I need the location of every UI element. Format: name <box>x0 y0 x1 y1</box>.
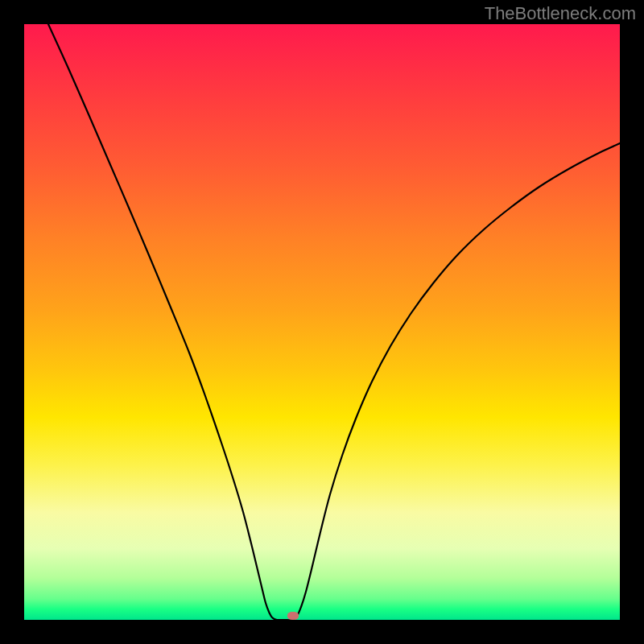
plot-area <box>24 24 620 620</box>
bottleneck-curve <box>48 24 620 620</box>
curve-svg <box>24 24 620 620</box>
attribution-text: TheBottleneck.com <box>485 3 636 24</box>
indicator-dot <box>287 612 299 620</box>
outer-frame: TheBottleneck.com <box>0 0 644 644</box>
